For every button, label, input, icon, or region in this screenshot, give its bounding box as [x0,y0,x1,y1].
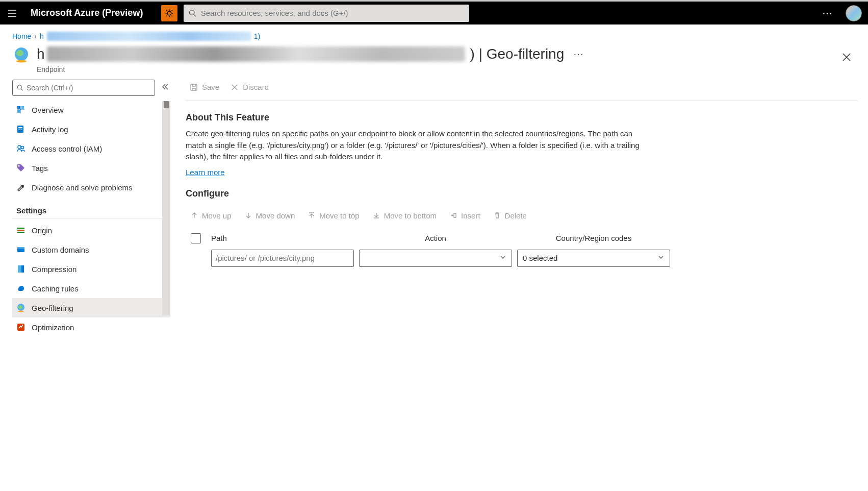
compress-icon [16,264,25,274]
svg-rect-16 [17,232,24,233]
domain-icon [16,245,25,254]
close-icon[interactable] [837,48,856,66]
svg-rect-6 [21,106,24,109]
col-country: Country/Region codes [517,234,670,242]
collapse-icon[interactable] [160,83,170,93]
sidebar-item-geo-filtering[interactable]: Geo-filtering [12,298,170,317]
svg-point-1 [190,10,195,15]
optimize-icon [16,323,25,332]
discard-button[interactable]: Discard [226,80,273,94]
log-icon [16,125,25,134]
page-title: ) | Geo-filtering [470,46,565,62]
move-down-button[interactable]: Move down [240,208,300,223]
svg-point-12 [21,146,24,149]
sidebar-item-label: Access control (IAM) [32,144,102,153]
sidebar-section-settings: Settings [12,197,170,218]
country-select[interactable]: 0 selected [517,250,670,267]
path-input[interactable] [211,250,354,267]
move-top-button[interactable]: Move to top [303,208,364,223]
svg-rect-20 [21,265,24,273]
arrow-down-icon [245,212,252,219]
sidebar-item-label: Origin [32,226,52,235]
move-up-button[interactable]: Move up [186,208,237,223]
sidebar-item-label: Custom domains [32,245,89,254]
svg-point-3 [16,60,27,63]
sidebar-item-label: Tags [32,164,48,173]
sidebar-item-custom-domains[interactable]: Custom domains [12,240,170,259]
svg-rect-18 [17,247,24,249]
delete-button[interactable]: Delete [489,208,532,223]
sidebar-search-input[interactable] [27,84,150,92]
origin-icon [16,226,25,235]
search-icon [189,9,196,17]
brand-label[interactable]: Microsoft Azure (Preview) [31,8,143,18]
save-label: Save [202,83,219,91]
arrow-top-icon [308,212,315,219]
chevron-down-icon [657,254,665,262]
save-button[interactable]: Save [186,80,223,94]
sidebar-item-caching[interactable]: Caching rules [12,279,170,298]
menu-icon[interactable] [6,7,18,19]
content-toolbar: Save Discard [186,73,858,101]
search-input[interactable] [201,9,465,17]
top-bar: Microsoft Azure (Preview) ⋯ [0,0,868,24]
chevron-right-icon: › [34,32,37,40]
svg-point-11 [18,145,21,149]
sidebar-item-label: Overview [32,106,64,114]
title-more-icon[interactable]: ⋯ [569,48,589,60]
sidebar-item-compression[interactable]: Compression [12,259,170,279]
discard-label: Discard [243,83,269,91]
configure-toolbar: Move up Move down Move to top Move to bo… [186,208,858,223]
search-icon [17,84,23,91]
configure-heading: Configure [186,188,858,199]
breadcrumb-tail: 1) [254,32,260,40]
trash-icon [494,212,501,219]
insert-button[interactable]: Insert [445,208,486,223]
sidebar-item-diagnose[interactable]: Diagnose and solve problems [12,178,170,197]
svg-rect-9 [18,127,22,128]
country-value: 0 selected [523,254,557,262]
sidebar-item-label: Compression [32,265,76,274]
svg-rect-14 [17,228,24,229]
save-icon [190,83,198,91]
chevron-down-icon [499,254,506,262]
sidebar-item-iam[interactable]: Access control (IAM) [12,139,170,158]
select-all-checkbox[interactable] [191,233,201,243]
tag-icon [16,163,25,173]
svg-point-13 [18,165,20,167]
about-heading: About This Feature [186,112,858,123]
avatar[interactable] [846,5,862,21]
svg-point-4 [17,85,21,89]
global-search[interactable] [184,5,469,22]
title-redacted [47,46,465,62]
sidebar-item-label: Geo-filtering [32,304,73,312]
globe-icon [12,46,31,64]
breadcrumb-redacted [47,32,251,41]
scrollbar[interactable] [162,101,170,315]
sidebar-item-label: Activity log [32,125,68,134]
discard-icon [231,83,239,91]
top-more-icon[interactable]: ⋯ [816,7,839,19]
breadcrumb-home[interactable]: Home [12,32,31,40]
main-content: Save Discard About This Feature Create g… [170,73,868,491]
move-bottom-button[interactable]: Move to bottom [368,208,442,223]
svg-rect-24 [191,84,197,90]
sidebar-item-optimization[interactable]: Optimization [12,317,170,337]
bug-icon[interactable] [161,5,177,21]
sidebar-item-tags[interactable]: Tags [12,158,170,178]
svg-rect-7 [17,110,20,113]
table-row: 0 selected [186,248,858,269]
sidebar-item-activity-log[interactable]: Activity log [12,119,170,139]
sidebar-item-overview[interactable]: Overview [12,100,170,119]
sidebar-item-label: Caching rules [32,284,79,293]
wrench-icon [16,183,25,192]
learn-more-link[interactable]: Learn more [186,168,225,177]
action-select[interactable] [359,250,512,267]
sidebar-search[interactable] [12,80,155,96]
people-icon [16,144,25,153]
svg-point-22 [18,311,24,312]
arrow-up-icon [191,212,198,219]
sidebar-item-label: Optimization [32,323,74,332]
sidebar-item-origin[interactable]: Origin [12,220,170,240]
arrow-bottom-icon [373,212,380,219]
